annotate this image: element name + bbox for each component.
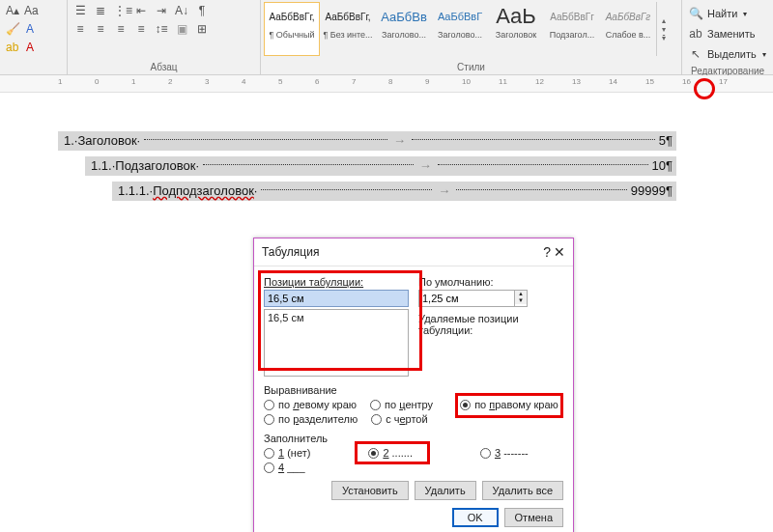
font-group: A▴ Aa 🧹 A ab A bbox=[0, 0, 68, 74]
document-line[interactable]: 1.1.·Подзаголовок·→10¶ bbox=[85, 156, 676, 176]
horizontal-ruler[interactable]: 101234567891011121314151617 bbox=[0, 75, 773, 93]
indent-inc-button[interactable]: ⇥ bbox=[152, 2, 171, 19]
numbering-button[interactable]: ≣ bbox=[91, 2, 110, 19]
align-right-button[interactable]: ≡ bbox=[111, 20, 130, 38]
help-button[interactable]: ? bbox=[543, 244, 551, 260]
styles-expand-button[interactable]: ▴▾▾̄ bbox=[656, 2, 670, 56]
style-item[interactable]: АаБбВвГЗаголово... bbox=[432, 2, 488, 56]
default-stop-input[interactable] bbox=[418, 290, 515, 307]
tab-position-list[interactable]: 16,5 см bbox=[264, 309, 409, 377]
leader-dots-radio[interactable]: 2 ....... bbox=[368, 447, 413, 459]
default-label: По умолчанию: bbox=[418, 276, 563, 288]
clear-button[interactable]: Удалить bbox=[415, 481, 476, 500]
document-line[interactable]: 1.1.1.·Подподзаголовок·→99999¶ bbox=[112, 182, 676, 201]
style-item[interactable]: АаБбВвЗаголово... bbox=[376, 2, 432, 56]
text-effects-button[interactable]: A bbox=[21, 20, 39, 38]
style-item[interactable]: АаБбВвГг,¶ Без инте... bbox=[320, 2, 376, 56]
font-color-button[interactable]: A bbox=[21, 39, 39, 56]
positions-label: Позиции табуляции: bbox=[264, 276, 409, 288]
indent-dec-button[interactable]: ⇤ bbox=[131, 2, 151, 19]
align-center-button[interactable]: ≡ bbox=[91, 20, 110, 38]
shading-button[interactable]: ▣ bbox=[172, 20, 191, 38]
font-group-label bbox=[3, 60, 64, 74]
set-button[interactable]: Установить bbox=[331, 481, 409, 500]
paragraph-group-label: Абзац bbox=[71, 60, 257, 74]
styles-gallery[interactable]: АаБбВвГг,¶ ОбычныйАаБбВвГг,¶ Без инте...… bbox=[264, 2, 678, 56]
select-button[interactable]: ↖Выделить▾ bbox=[685, 44, 770, 64]
close-button[interactable]: ✕ bbox=[554, 244, 565, 260]
leader-under-radio[interactable]: 4 ___ bbox=[264, 462, 305, 473]
style-item[interactable]: АаБбВвГгСлабое в... bbox=[600, 2, 656, 56]
editing-group: 🔍Найти▾ abЗаменить ↖Выделить▾ Редактиров… bbox=[682, 0, 773, 74]
tab-position-input[interactable] bbox=[264, 290, 409, 307]
show-marks-button[interactable]: ¶ bbox=[192, 2, 212, 19]
document-line[interactable]: 1.·Заголовок·→5¶ bbox=[58, 131, 676, 151]
align-center-radio[interactable]: по центру bbox=[370, 399, 433, 410]
ribbon: A▴ Aa 🧹 A ab A ☰ ≣ ⋮≡ ⇤ ⇥ A↓ ¶ ≡ ≡ ≡ ≡ ↕… bbox=[0, 0, 773, 75]
justify-button[interactable]: ≡ bbox=[131, 20, 151, 38]
line-spacing-button[interactable]: ↕≡ bbox=[152, 20, 171, 38]
document-area: 1.·Заголовок·→5¶1.1.·Подзаголовок·→10¶1.… bbox=[58, 131, 676, 207]
leader-none-radio[interactable]: 1 (нет) bbox=[264, 447, 310, 459]
align-decimal-radio[interactable]: по разделителю bbox=[264, 413, 358, 425]
leader-dash-radio[interactable]: 3 ------- bbox=[480, 447, 529, 459]
clear-label: Удаляемые позиции табуляции: bbox=[418, 313, 563, 336]
align-left-button[interactable]: ≡ bbox=[71, 20, 90, 38]
sort-button[interactable]: A↓ bbox=[172, 2, 191, 19]
default-stop-spinner[interactable]: ▲▼ bbox=[515, 290, 528, 307]
change-case-button[interactable]: Aa bbox=[21, 2, 39, 19]
replace-icon: ab bbox=[688, 26, 703, 42]
style-item[interactable]: АаЬЗаголовок bbox=[488, 2, 544, 56]
dialog-title: Табуляция bbox=[262, 245, 319, 259]
clear-format-button[interactable]: 🧹 bbox=[3, 20, 20, 38]
align-left-radio[interactable]: по левому краю bbox=[264, 399, 357, 410]
grow-font-button[interactable]: A▴ bbox=[3, 2, 20, 19]
find-button[interactable]: 🔍Найти▾ bbox=[685, 4, 770, 23]
list-item[interactable]: 16,5 см bbox=[268, 312, 405, 323]
ok-button[interactable]: OK bbox=[452, 508, 499, 527]
cursor-icon: ↖ bbox=[688, 46, 703, 62]
tabs-dialog: Табуляция ? ✕ Позиции табуляции: 16,5 см… bbox=[253, 238, 574, 532]
style-item[interactable]: АаБбВвГг,¶ Обычный bbox=[264, 2, 320, 56]
borders-button[interactable]: ⊞ bbox=[192, 20, 212, 38]
leader-label: Заполнитель bbox=[264, 433, 563, 444]
styles-group: АаБбВвГг,¶ ОбычныйАаБбВвГг,¶ Без инте...… bbox=[261, 0, 682, 74]
dialog-titlebar[interactable]: Табуляция ? ✕ bbox=[254, 238, 573, 266]
alignment-label: Выравнивание bbox=[264, 384, 563, 396]
clear-all-button[interactable]: Удалить все bbox=[482, 481, 563, 500]
replace-button[interactable]: abЗаменить bbox=[685, 24, 770, 43]
align-right-radio[interactable]: по правому краю bbox=[460, 399, 558, 410]
paragraph-group: ☰ ≣ ⋮≡ ⇤ ⇥ A↓ ¶ ≡ ≡ ≡ ≡ ↕≡ ▣ ⊞ Абзац bbox=[68, 0, 261, 74]
align-bar-radio[interactable]: с чертой bbox=[371, 413, 427, 425]
bullets-button[interactable]: ☰ bbox=[71, 2, 90, 19]
search-icon: 🔍 bbox=[688, 6, 703, 21]
multilevel-button[interactable]: ⋮≡ bbox=[111, 2, 130, 19]
style-item[interactable]: АаБбВвГгПодзагол... bbox=[544, 2, 600, 56]
styles-group-label: Стили bbox=[264, 60, 678, 74]
highlight-button[interactable]: ab bbox=[3, 39, 20, 56]
cancel-button[interactable]: Отмена bbox=[504, 508, 563, 527]
